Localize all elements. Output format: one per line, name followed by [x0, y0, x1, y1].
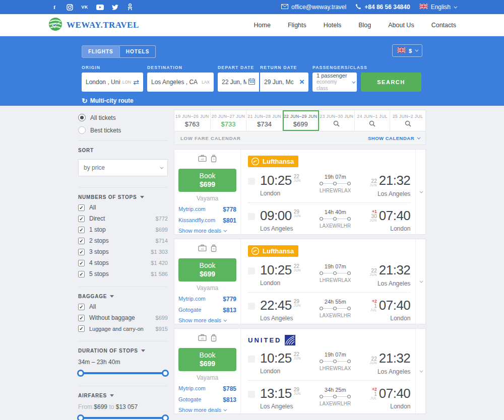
instagram-icon[interactable] [63, 0, 76, 14]
svg-text:?: ? [213, 337, 215, 340]
expand-card-button[interactable] [415, 329, 425, 413]
airfares-slider[interactable] [78, 414, 168, 420]
departure-city: Los Angeles [260, 225, 314, 232]
passengers-label: PASSENGERS/CLASS [312, 65, 357, 70]
odnoklassniki-icon[interactable] [123, 0, 137, 14]
filter-stops-1[interactable]: ✓ 1 stop $699 [78, 226, 168, 233]
deal-link[interactable]: Gotogate [178, 396, 201, 403]
date-tab-1[interactable]: 20 JUN–27 JUN $733 [211, 110, 247, 131]
tab-hotels[interactable]: HOTELS [120, 45, 156, 58]
slider-handle-min[interactable] [77, 370, 84, 377]
deal-link[interactable]: Gotogate [178, 307, 201, 314]
twitter-icon[interactable] [108, 0, 121, 14]
sort-select[interactable]: by price [78, 159, 168, 176]
leg-marker [248, 178, 255, 185]
chevron-down-icon [223, 228, 227, 232]
book-button[interactable]: Book $699 [178, 169, 236, 192]
currency-selector[interactable]: $ [392, 44, 422, 57]
airfares-section-title[interactable]: AIRFARES [78, 393, 168, 398]
multi-city-link[interactable]: ↻ Multi-city route [82, 97, 422, 105]
nav-item-flights[interactable]: Flights [288, 22, 306, 29]
filter-stops-2[interactable]: ✓ 2 stops $714 [78, 237, 168, 244]
airport-code: EWR [329, 401, 341, 406]
airport-code: LHR [320, 366, 330, 371]
stops-section-title[interactable]: NUMBERS OF STOPS [78, 194, 168, 200]
destination-input[interactable]: Los Angeles , CA, U LAX [147, 73, 214, 92]
filter-stops-direct[interactable]: ✓ Direct $772 [78, 215, 168, 222]
filter-stops-4[interactable]: ✓ 4 stops $1 420 [78, 259, 168, 266]
expand-card-button[interactable] [415, 239, 425, 324]
chevron-down-icon [223, 407, 227, 411]
filter-baggage-luggage[interactable]: ✓ Luggage and carry-on $915 [78, 325, 168, 332]
date-tab-0[interactable]: 19 JUN–26 JUN $763 [174, 110, 211, 131]
nav-item-contacts[interactable]: Contacts [431, 22, 456, 29]
deal-link[interactable]: Mytrip.com [178, 296, 206, 303]
deal-price: $813 [223, 307, 236, 314]
radio-best-tickets[interactable]: Best tickets [78, 126, 168, 134]
slider-handle-min[interactable] [77, 414, 84, 420]
book-button[interactable]: Book $699 [178, 258, 236, 282]
date-tab-6[interactable]: 25 JUN–2 JUL [390, 110, 425, 131]
logo-text: WEWAY.TRAVEL [67, 20, 139, 30]
route-diagram: 14h 40m LAX EWR LHR [314, 209, 356, 229]
baggage-section-title[interactable]: BAGGAGE [78, 294, 168, 299]
nav-item-blog[interactable]: Blog [358, 22, 371, 29]
duration-section-title[interactable]: DURATION OF STOPS [78, 348, 168, 354]
show-calendar-link[interactable]: SHOW CALENDAR [368, 135, 419, 141]
show-more-deals-link[interactable]: Show more deals [178, 228, 236, 234]
filter-baggage-without[interactable]: ✓ Without baggage $699 [78, 314, 168, 321]
book-button[interactable]: Book $699 [178, 348, 236, 371]
provider-label: Vayama [178, 374, 236, 381]
nav-item-hotels[interactable]: Hotels [324, 22, 341, 29]
nav-item-about[interactable]: About Us [388, 22, 414, 29]
chevron-down-icon [420, 369, 423, 372]
search-button[interactable]: SEARCH [361, 73, 421, 92]
deal-link[interactable]: Mytrip.com [178, 206, 206, 213]
flight-leg-outbound: 10:25 22JUN London 19h 07m LHR EWR LAX [248, 352, 410, 375]
filter-stops-all[interactable]: ✓ All [78, 204, 168, 211]
date-tab-5[interactable]: 24 JUN–1 JUL [355, 110, 390, 131]
date-tab-4[interactable]: 23 JUN–30 JUN [319, 110, 355, 131]
language-selector[interactable]: English [419, 4, 456, 11]
slider-handle-max[interactable] [162, 370, 169, 377]
airport-code: LAX [320, 401, 329, 406]
facebook-icon[interactable]: f [48, 0, 61, 14]
flight-leg-return: 13:15 29JUN Los Angeles 34h 25m LAX EWR … [248, 387, 410, 410]
clear-return-icon[interactable]: × [299, 77, 304, 87]
vk-icon[interactable]: VK [78, 0, 91, 14]
filter-baggage-all[interactable]: ✓ All [78, 303, 168, 310]
tab-flights[interactable]: FLIGHTS [82, 45, 120, 58]
uk-flag-icon [419, 4, 428, 11]
departure-time: 09:00 [260, 209, 292, 222]
departure-time: 22:45 [260, 299, 292, 312]
radio-icon [78, 114, 86, 121]
origin-input[interactable]: London , United LON ⇄ [82, 73, 143, 92]
contact-phone[interactable]: +84 86 56 34840 [355, 4, 410, 11]
nav-item-home[interactable]: Home [254, 22, 271, 29]
youtube-icon[interactable] [93, 0, 106, 14]
swap-icon[interactable]: ⇄ [133, 79, 139, 86]
departure-city: London [260, 368, 314, 375]
depart-date-input[interactable]: 22 Jun, Mon [218, 73, 259, 92]
filter-stops-3[interactable]: ✓ 3 stops $1 303 [78, 248, 168, 255]
passengers-selector[interactable]: 1 passenger economy class [312, 73, 357, 92]
checkbox-checked-icon: ✓ [78, 260, 85, 266]
logo[interactable]: WEWAY.TRAVEL [48, 17, 139, 34]
flight-card: x1 ? Book $699 Vayama Mytrip.com $779 Go… [174, 239, 426, 324]
deal-link[interactable]: Kissandfly.com [178, 217, 215, 224]
checkbox-checked-icon: ✓ [78, 227, 85, 233]
filter-stops-5[interactable]: ✓ 5 stops $1 586 [78, 270, 168, 277]
leg-duration: 24h 55m [320, 299, 351, 305]
duration-slider[interactable] [78, 370, 168, 377]
date-tab-2[interactable]: 21 JUN–28 JUN $734 [246, 110, 283, 131]
expand-card-button[interactable] [415, 150, 425, 234]
return-date-input[interactable]: 29 Jun, Mon × [260, 73, 308, 92]
deal-link[interactable]: Mytrip.com [178, 385, 206, 392]
slider-handle-max[interactable] [162, 414, 169, 420]
sort-title: SORT [78, 148, 168, 153]
show-more-deals-link[interactable]: Show more deals [178, 407, 236, 413]
radio-all-tickets[interactable]: All tickets [78, 114, 168, 121]
date-tab-3-selected[interactable]: 22 JUN–29 JUN $699 [283, 110, 319, 131]
contact-email[interactable]: office@weway.travel [281, 4, 346, 11]
show-more-deals-link[interactable]: Show more deals [178, 317, 236, 323]
